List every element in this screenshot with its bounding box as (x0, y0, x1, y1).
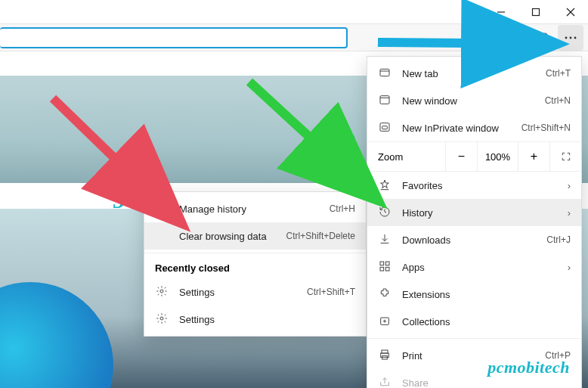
svg-rect-25 (385, 262, 389, 265)
menu-shortcut: Ctrl+T (546, 68, 571, 79)
share-icon (378, 376, 391, 389)
new-window-icon (378, 94, 391, 108)
menu-label: Downloads (402, 234, 536, 246)
submenu-manage-history[interactable]: Manage history Ctrl+H (144, 195, 366, 222)
favorite-star-icon[interactable] (455, 25, 481, 51)
menu-label: Extensions (402, 289, 571, 300)
collections-icon (378, 315, 391, 329)
downloads-icon (378, 233, 391, 247)
svg-rect-24 (380, 262, 384, 265)
window-titlebar (0, 0, 588, 24)
svg-rect-1 (533, 8, 540, 15)
menu-shortcut: Ctrl+Shift+T (307, 287, 355, 297)
svg-point-11 (565, 36, 568, 39)
annotation-number-2: 2 (344, 129, 355, 154)
menu-label: History (402, 207, 557, 219)
menu-shortcut: Ctrl+N (545, 95, 571, 106)
gear-icon (155, 285, 169, 300)
submenu-clear-browsing-data[interactable]: Clear browsing data Ctrl+Shift+Delete (144, 222, 366, 250)
extensions-icon (378, 287, 391, 302)
menu-new-tab[interactable]: New tab Ctrl+T (367, 60, 581, 87)
menu-label: New InPrivate window (402, 123, 511, 134)
chevron-right-icon: › (568, 180, 571, 191)
close-button[interactable] (553, 0, 588, 24)
menu-shortcut: Ctrl+Shift+N (521, 123, 571, 133)
menu-downloads[interactable]: Downloads Ctrl+J (367, 226, 581, 253)
apps-icon (378, 260, 391, 275)
history-icon (155, 202, 169, 216)
favorites-icon (378, 178, 391, 193)
recently-closed-item[interactable]: Settings Ctrl+Shift+T (144, 278, 366, 306)
menu-extensions[interactable]: Extensions (367, 281, 581, 308)
annotation-number-3: 3 (113, 188, 125, 213)
svg-marker-5 (490, 33, 498, 42)
svg-marker-4 (463, 33, 472, 42)
menu-apps[interactable]: Apps › (367, 253, 581, 281)
svg-point-13 (574, 36, 577, 39)
menu-label: Settings (179, 287, 296, 298)
menu-new-window[interactable]: New window Ctrl+N (367, 87, 581, 114)
recently-closed-header: Recently closed (144, 256, 366, 278)
history-submenu: Manage history Ctrl+H Clear browsing dat… (144, 191, 367, 337)
svg-rect-14 (380, 69, 389, 76)
zoom-in-button[interactable]: + (518, 141, 549, 172)
menu-shortcut: Ctrl+J (546, 234, 571, 245)
svg-point-10 (543, 33, 547, 38)
menu-separator (144, 253, 366, 253)
svg-rect-31 (382, 350, 388, 353)
menu-zoom-row: Zoom − 100% + (367, 141, 581, 172)
menu-label: New tab (402, 68, 535, 79)
zoom-out-button[interactable]: − (445, 141, 477, 172)
menu-label: Share (402, 377, 571, 389)
svg-rect-19 (382, 126, 388, 129)
minimize-button[interactable] (484, 0, 518, 24)
chevron-right-icon: › (568, 262, 571, 273)
gear-icon (155, 312, 169, 327)
print-icon (378, 349, 391, 363)
svg-point-12 (570, 36, 572, 39)
chevron-right-icon: › (568, 207, 571, 219)
svg-rect-18 (380, 123, 389, 131)
history-icon (378, 206, 391, 220)
more-menu-button[interactable] (558, 25, 583, 51)
menu-history[interactable]: History › (367, 199, 581, 226)
svg-point-38 (160, 290, 163, 293)
favorites-toolbar-icon[interactable] (481, 25, 506, 51)
menu-label: Manage history (179, 203, 319, 215)
svg-marker-20 (381, 180, 389, 188)
new-tab-icon (378, 67, 391, 81)
menu-label: New window (402, 95, 534, 107)
address-bar[interactable] (0, 27, 348, 48)
menu-new-inprivate[interactable]: New InPrivate window Ctrl+Shift+N (367, 114, 581, 141)
maximize-button[interactable] (518, 0, 553, 24)
menu-label: Apps (402, 262, 557, 273)
menu-shortcut: Ctrl+Shift+Delete (286, 231, 355, 241)
menu-label: Favorites (402, 180, 557, 191)
svg-rect-16 (380, 95, 389, 104)
inprivate-icon (378, 121, 391, 135)
main-menu: New tab Ctrl+T New window Ctrl+N New InP… (367, 56, 582, 388)
menu-shortcut: Ctrl+H (330, 203, 355, 214)
watermark: pcmobitech (487, 358, 570, 377)
zoom-value: 100% (477, 141, 518, 172)
svg-rect-27 (385, 267, 389, 271)
svg-rect-26 (380, 267, 384, 271)
svg-point-39 (160, 317, 163, 320)
collections-toolbar-icon[interactable] (506, 25, 532, 51)
menu-label: Collections (402, 316, 571, 327)
toolbar (0, 24, 588, 51)
recently-closed-item[interactable]: Settings (144, 306, 366, 333)
menu-separator (367, 338, 581, 339)
menu-label: Clear browsing data (179, 231, 276, 242)
menu-collections[interactable]: Collections (367, 308, 581, 335)
menu-favorites[interactable]: Favorites › (367, 172, 581, 199)
zoom-label: Zoom (367, 151, 445, 163)
menu-label: Settings (179, 314, 345, 325)
fullscreen-button[interactable] (549, 141, 581, 172)
